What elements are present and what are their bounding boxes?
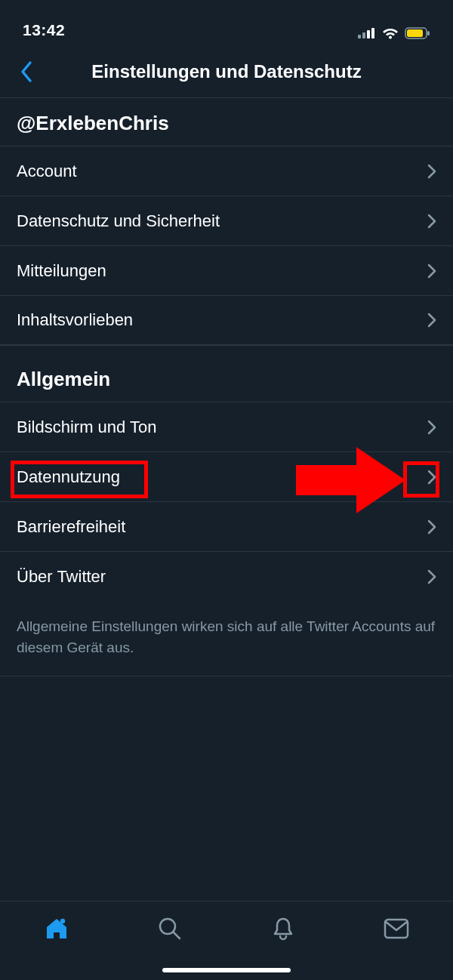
tab-bar <box>0 901 453 980</box>
account-handle-header: @ErxlebenChris <box>0 98 453 146</box>
row-privacy-safety[interactable]: Datenschutz und Sicherheit <box>0 196 453 245</box>
tab-home[interactable] <box>43 915 70 942</box>
svg-rect-2 <box>367 30 370 39</box>
svg-rect-6 <box>407 29 423 37</box>
tab-notifications[interactable] <box>270 915 297 942</box>
status-time: 13:42 <box>23 21 65 39</box>
home-icon <box>44 916 69 941</box>
row-label: Bildschirm und Ton <box>17 418 156 437</box>
search-icon <box>157 916 183 941</box>
row-display-sound[interactable]: Bildschirm und Ton <box>0 402 453 451</box>
chevron-right-icon <box>427 214 436 229</box>
chevron-right-icon <box>427 313 436 328</box>
page-title: Einstellungen und Datenschutz <box>0 61 453 82</box>
row-label: Mitteilungen <box>17 261 106 281</box>
status-icons <box>358 27 430 39</box>
row-accessibility[interactable]: Barrierefreiheit <box>0 501 453 551</box>
home-indicator[interactable] <box>162 968 291 972</box>
row-label: Account <box>17 162 77 181</box>
section-gap <box>0 345 453 354</box>
row-label: Datennutzung <box>17 467 120 487</box>
row-label: Über Twitter <box>17 567 106 587</box>
svg-point-4 <box>389 36 392 39</box>
tab-search[interactable] <box>156 915 183 942</box>
svg-rect-0 <box>358 35 361 39</box>
wifi-icon <box>382 27 399 39</box>
row-data-usage[interactable]: Datennutzung <box>0 451 453 501</box>
chevron-right-icon <box>427 519 436 535</box>
row-label: Inhaltsvorlieben <box>17 310 133 330</box>
row-label: Datenschutz und Sicherheit <box>17 211 220 231</box>
row-content-preferences[interactable]: Inhaltsvorlieben <box>0 295 453 345</box>
mail-icon <box>383 917 410 940</box>
row-notifications[interactable]: Mitteilungen <box>0 245 453 295</box>
status-bar: 13:42 <box>0 0 453 45</box>
battery-icon <box>405 27 430 39</box>
svg-point-9 <box>60 919 65 923</box>
chevron-right-icon <box>427 164 436 179</box>
section-footer-note: Allgemeine Einstellungen wirken sich auf… <box>0 601 453 676</box>
cellular-icon <box>358 28 376 39</box>
svg-rect-3 <box>371 28 374 39</box>
svg-rect-12 <box>385 920 408 938</box>
row-about-twitter[interactable]: Über Twitter <box>0 551 453 601</box>
svg-point-10 <box>160 919 175 934</box>
svg-line-11 <box>174 932 180 938</box>
bell-icon <box>270 916 296 941</box>
chevron-right-icon <box>427 470 436 485</box>
tab-messages[interactable] <box>383 915 410 942</box>
chevron-right-icon <box>427 420 436 435</box>
chevron-right-icon <box>427 263 436 279</box>
chevron-right-icon <box>427 569 436 584</box>
svg-rect-7 <box>427 31 430 35</box>
nav-header: Einstellungen und Datenschutz <box>0 45 453 98</box>
row-account[interactable]: Account <box>0 146 453 196</box>
row-label: Barrierefreiheit <box>17 517 125 537</box>
svg-rect-1 <box>362 32 365 39</box>
section-header-general: Allgemein <box>0 354 453 402</box>
back-button[interactable] <box>11 57 41 87</box>
chevron-left-icon <box>20 60 32 83</box>
